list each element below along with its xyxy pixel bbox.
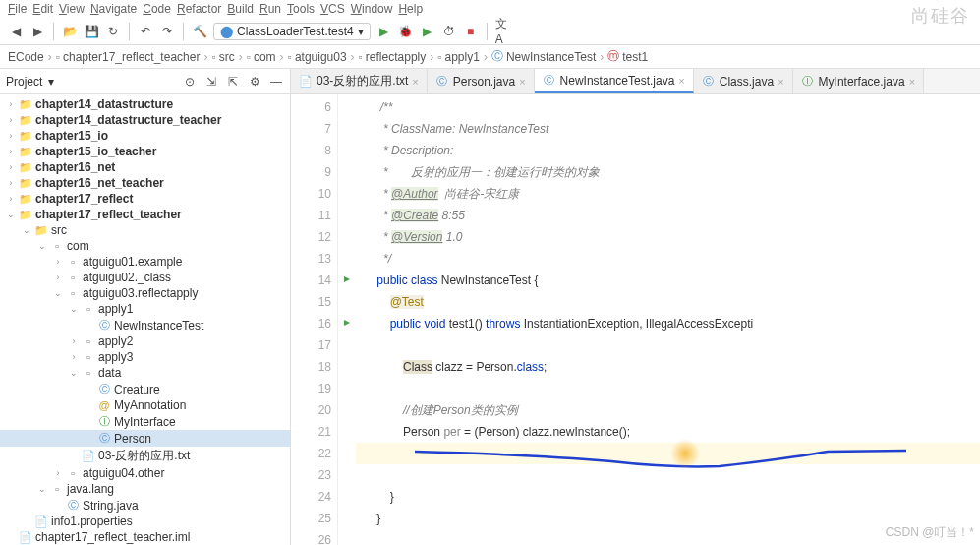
project-view-label[interactable]: Project [6, 75, 42, 89]
breadcrumb-item[interactable]: ECode [8, 50, 44, 64]
tree-item[interactable]: ⌄▫java.lang [0, 481, 290, 497]
project-tree[interactable]: ›📁chapter14_datastructure›📁chapter14_dat… [0, 94, 290, 545]
tree-item[interactable]: ›📁chapter17_reflect [0, 191, 290, 207]
chevron-down-icon[interactable]: ▾ [48, 75, 54, 89]
menu-view[interactable]: View [59, 2, 85, 16]
tree-label: atguigu02._class [83, 271, 171, 284]
profile-icon[interactable]: ⏱ [441, 24, 457, 39]
menu-help[interactable]: Help [398, 2, 423, 16]
debug-icon[interactable]: 🐞 [398, 24, 414, 39]
tree-item[interactable]: ⌄▫com [0, 238, 290, 254]
refresh-icon[interactable]: ↻ [105, 24, 121, 39]
tree-item[interactable]: ›▫apply2 [0, 333, 290, 349]
tree-item[interactable]: ⌄▫apply1 [0, 301, 290, 317]
tree-label: Person [114, 432, 151, 446]
menu-window[interactable]: Window [351, 2, 393, 16]
undo-icon[interactable]: ↶ [138, 24, 153, 39]
editor-tab[interactable]: ⒸNewInstanceTest.java× [535, 69, 694, 93]
tree-item[interactable]: ›📁chapter16_net_teacher [0, 175, 290, 191]
select-file-icon[interactable]: ⊙ [182, 74, 198, 90]
tree-item[interactable]: ›📁chapter14_datastructure_teacher [0, 112, 290, 128]
tree-label: apply3 [98, 350, 133, 364]
expand-icon[interactable]: ⇲ [203, 74, 219, 90]
tree-item[interactable]: ›▫apply3 [0, 349, 290, 365]
menu-tools[interactable]: Tools [287, 2, 315, 16]
tree-item[interactable]: ›📁chapter15_io [0, 128, 290, 144]
tab-label: Class.java [720, 75, 774, 89]
pkg-icon: ▫ [66, 467, 80, 479]
menu-vcs[interactable]: VCS [320, 2, 345, 16]
menu-build[interactable]: Build [227, 2, 254, 16]
editor-tab[interactable]: 📄03-反射的应用.txt× [291, 69, 428, 93]
redo-icon[interactable]: ↷ [159, 24, 175, 39]
tree-item[interactable]: ⒸNewInstanceTest [0, 317, 290, 333]
forward-icon[interactable]: ▶ [29, 24, 45, 39]
pkg-icon: ▫ [66, 287, 80, 299]
close-icon[interactable]: × [778, 76, 783, 88]
menu-edit[interactable]: Edit [32, 2, 53, 16]
folder-icon: 📁 [19, 146, 32, 158]
tree-label: chapter15_io [35, 129, 108, 143]
tab-label: MyInterface.java [819, 75, 905, 89]
tree-item[interactable]: 📄info1.properties [0, 514, 290, 529]
breadcrumb-item[interactable]: Ⓒ NewInstanceTest [491, 48, 596, 65]
code-content[interactable]: /** * ClassName: NewInstanceTest * Descr… [356, 94, 980, 545]
txt-icon: 📄 [19, 531, 32, 544]
save-icon[interactable]: 💾 [84, 24, 99, 39]
tree-label: src [51, 223, 67, 237]
tree-item[interactable]: 📄03-反射的应用.txt [0, 447, 290, 465]
close-icon[interactable]: × [909, 76, 915, 88]
txt-icon: 📄 [299, 75, 313, 88]
folder-icon: 📁 [19, 98, 32, 111]
tree-item[interactable]: ⒾMyInterface [0, 413, 290, 430]
menu-refactor[interactable]: Refactor [177, 2, 221, 16]
tree-item[interactable]: ›📁chapter14_datastructure [0, 96, 290, 112]
editor-tab[interactable]: ⒸClass.java× [694, 69, 793, 93]
close-icon[interactable]: × [412, 76, 418, 88]
tree-item[interactable]: ›▫atguigu04.other [0, 465, 290, 481]
editor-tab[interactable]: ⒾMyInterface.java× [793, 69, 924, 93]
breadcrumb-item[interactable]: ⓜ test1 [607, 48, 648, 65]
tree-label: chapter17_reflect_teacher [35, 208, 182, 221]
stop-icon[interactable]: ■ [463, 24, 479, 39]
tree-item[interactable]: ›📁chapter16_net [0, 159, 290, 175]
tree-item[interactable]: ›▫atguigu01.example [0, 254, 290, 270]
editor-tabs: 📄03-反射的应用.txt×ⒸPerson.java×ⒸNewInstanceT… [291, 69, 980, 94]
coverage-icon[interactable]: ▶ [420, 24, 435, 39]
gear-icon[interactable]: ⚙ [247, 74, 262, 90]
collapse-icon[interactable]: ⇱ [225, 74, 241, 90]
tree-item[interactable]: ⌄📁src [0, 222, 290, 238]
hammer-icon[interactable]: 🔨 [192, 24, 207, 39]
breadcrumb-item[interactable]: ▫ src [211, 50, 234, 64]
intf-icon: Ⓘ [97, 414, 111, 429]
menu-run[interactable]: Run [259, 2, 281, 16]
tree-item[interactable]: ›📁chapter15_io_teacher [0, 144, 290, 159]
breadcrumb-item[interactable]: ▫ reflectapply [359, 50, 427, 64]
tree-item[interactable]: ⌄📁chapter17_reflect_teacher [0, 207, 290, 222]
hide-icon[interactable]: — [268, 74, 284, 90]
open-icon[interactable]: 📂 [62, 24, 78, 39]
back-icon[interactable]: ◀ [8, 24, 24, 39]
tree-item[interactable]: ⌄▫data [0, 365, 290, 381]
tree-item[interactable]: ⌄▫atguigu03.reflectapply [0, 285, 290, 301]
tree-item[interactable]: ⒸCreature [0, 381, 290, 397]
tree-item[interactable]: ⒸPerson [0, 430, 290, 447]
menu-navigate[interactable]: Navigate [90, 2, 137, 16]
run-icon[interactable]: ▶ [376, 24, 392, 39]
menu-code[interactable]: Code [143, 2, 171, 16]
tree-item[interactable]: ⒸString.java [0, 497, 290, 514]
breadcrumb-item[interactable]: ▫ com [247, 50, 276, 64]
breadcrumb-item[interactable]: ▫ apply1 [437, 50, 480, 64]
close-icon[interactable]: × [678, 75, 684, 87]
tree-item[interactable]: @MyAnnotation [0, 397, 290, 413]
close-icon[interactable]: × [519, 76, 525, 88]
editor-tab[interactable]: ⒸPerson.java× [428, 69, 535, 93]
folder-icon: 📁 [19, 177, 32, 190]
tree-item[interactable]: 📄chapter17_reflect_teacher.iml [0, 529, 290, 545]
breadcrumb-item[interactable]: ▫ atguigu03 [288, 50, 347, 64]
run-config-selector[interactable]: ⬤ ClassLoaderTest.test4 ▾ [213, 23, 371, 40]
menu-file[interactable]: File [8, 2, 27, 16]
translate-icon[interactable]: 文A [495, 24, 511, 39]
breadcrumb-item[interactable]: ▫ chapter17_reflect_teacher [56, 50, 201, 64]
tree-item[interactable]: ›▫atguigu02._class [0, 270, 290, 285]
